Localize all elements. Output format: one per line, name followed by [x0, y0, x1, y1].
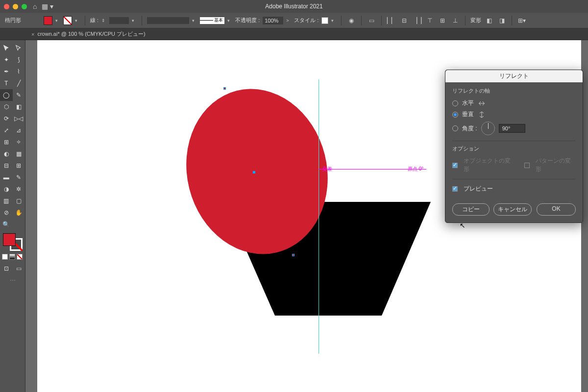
brush-definition[interactable]: 基本 — [200, 17, 224, 24]
puppet-warp-tool-icon[interactable]: ✧ — [13, 136, 25, 148]
angle-label: 角度 : — [462, 124, 477, 133]
more-options-icon[interactable]: ⊞▾ — [517, 16, 527, 25]
close-window-icon[interactable] — [4, 4, 9, 9]
pen-tool-icon[interactable]: ✒ — [0, 66, 13, 77]
eyedropper-tool-icon[interactable]: ✎ — [13, 172, 25, 183]
opacity-field[interactable] — [263, 17, 283, 24]
opacity-label: 不透明度 : — [235, 17, 260, 24]
rotate-tool-icon[interactable]: ⟳ — [0, 113, 13, 124]
shape-builder-tool-icon[interactable]: ◐ — [0, 148, 13, 160]
minimize-window-icon[interactable] — [13, 4, 18, 9]
width-tool-icon[interactable]: ⊿ — [13, 124, 25, 136]
align-vcenter-icon[interactable]: ⊞ — [438, 16, 447, 25]
origin-label: 原点 0° — [408, 166, 423, 172]
shape-type-label: 楕円形 — [5, 17, 21, 24]
vertical-guide — [318, 79, 319, 354]
cancel-button[interactable]: キャンセル — [493, 203, 532, 216]
shape-props-icon[interactable]: ◧ — [484, 16, 494, 25]
curvature-tool-icon[interactable]: ⌇ — [13, 66, 25, 77]
fill-color-swatch[interactable] — [44, 16, 52, 25]
align-bottom-icon[interactable]: ⊥ — [450, 16, 460, 25]
copy-button[interactable]: コピー — [452, 203, 490, 216]
opacity-dropdown-icon[interactable]: > — [286, 18, 291, 23]
anchor-point[interactable] — [223, 87, 226, 90]
paintbrush-tool-icon[interactable]: ✎ — [13, 89, 25, 101]
align-right-icon[interactable]: ▕▕ — [412, 16, 422, 25]
type-tool-icon[interactable]: T — [0, 77, 13, 89]
vertical-radio[interactable] — [452, 112, 458, 118]
lasso-tool-icon[interactable]: ⟆ — [13, 54, 25, 66]
traffic-lights — [4, 4, 27, 9]
options-section-label: オプション — [452, 145, 576, 152]
close-tab-icon[interactable]: × — [31, 31, 34, 37]
control-bar: 楕円形 ▾ ▾ 線 : ⇕ ▾ ▾ 基本▾ 不透明度 : > スタイル : ▾ … — [0, 13, 588, 28]
screen-mode-icon[interactable]: ⊡ — [0, 263, 13, 274]
zoom-window-icon[interactable] — [22, 4, 27, 9]
align-top-icon[interactable]: ⊤ — [425, 16, 435, 25]
line-tool-icon[interactable]: ╱ — [13, 77, 25, 89]
document-tab-label[interactable]: crown.ai* @ 100 % (CMYK/CPU プレビュー) — [37, 30, 145, 38]
tools-panel: ✦⟆ ✒⌇ T╱ ◯✎ ⬡◧ ⟳▷◁ ⤢⊿ ⊞✧ ◐▦ ⊟⊞ ▬✎ ◑✲ ▥▢ … — [0, 40, 25, 392]
fill-dropdown-icon[interactable]: ▾ — [55, 18, 60, 23]
document-tabbar: × crown.ai* @ 100 % (CMYK/CPU プレビュー) — [0, 28, 588, 40]
preview-label: プレビュー — [464, 185, 493, 193]
arrange-docs-icon[interactable]: ▦ ▾ — [42, 2, 53, 10]
column-graph-tool-icon[interactable]: ▥ — [0, 195, 13, 207]
edit-toolbar-icon[interactable]: ⋯ — [0, 274, 25, 286]
vertical-label: 垂直 — [462, 110, 474, 119]
change-screen-icon[interactable]: ▭ — [13, 263, 25, 274]
window-titlebar: ⌂ ▦ ▾ Adobe Illustrator 2021 — [0, 0, 588, 13]
stroke-weight-stepper[interactable]: ⇕ — [101, 18, 106, 23]
eraser-tool-icon[interactable]: ◧ — [13, 101, 25, 113]
transform-patterns-checkbox — [524, 163, 530, 168]
fill-stroke-indicator[interactable] — [3, 233, 23, 251]
transform-link[interactable]: 変形 — [470, 17, 481, 24]
scale-tool-icon[interactable]: ⤢ — [0, 124, 13, 136]
isolate-icon[interactable]: ◨ — [497, 16, 507, 25]
gradient-mode-icon[interactable] — [9, 254, 15, 260]
fill-box-icon[interactable] — [3, 233, 16, 246]
zoom-tool-icon[interactable]: 🔍 — [0, 219, 13, 230]
var-width-profile[interactable] — [147, 17, 189, 24]
artboard-tool-icon[interactable]: ▢ — [13, 195, 25, 207]
app-title: Adobe Illustrator 2021 — [265, 3, 322, 10]
horizontal-axis-icon — [478, 100, 486, 107]
reflect-tool-icon[interactable]: ▷◁ — [13, 113, 25, 124]
transform-objects-label: オブジェクトの変形 — [464, 157, 515, 173]
slice-tool-icon[interactable]: ⊘ — [0, 207, 13, 219]
angle-radio[interactable] — [452, 125, 458, 131]
align-hcenter-icon[interactable]: ⊟ — [399, 16, 409, 25]
horizontal-radio[interactable] — [452, 100, 458, 106]
align-panel-icon[interactable]: ▭ — [367, 16, 376, 25]
align-left-icon[interactable]: ▏▏ — [387, 16, 396, 25]
recolor-icon[interactable]: ◉ — [346, 16, 356, 25]
anchor-point[interactable] — [292, 254, 294, 256]
ellipse-tool-icon[interactable]: ◯ — [0, 89, 13, 101]
live-paint-tool-icon[interactable]: ▦ — [13, 148, 25, 160]
symbol-sprayer-tool-icon[interactable]: ✲ — [13, 183, 25, 195]
color-mode-icon[interactable] — [2, 254, 8, 260]
stroke-label: 線 : — [90, 17, 98, 24]
none-mode-icon[interactable] — [17, 254, 23, 260]
blend-tool-icon[interactable]: ◑ — [0, 183, 13, 195]
direct-selection-tool-icon[interactable] — [13, 42, 25, 54]
free-transform-tool-icon[interactable]: ⊞ — [0, 136, 13, 148]
magic-wand-tool-icon[interactable]: ✦ — [0, 54, 13, 66]
home-icon[interactable]: ⌂ — [33, 2, 37, 10]
angle-field[interactable] — [499, 124, 525, 133]
stroke-dropdown-icon[interactable]: ▾ — [75, 18, 80, 23]
shaper-tool-icon[interactable]: ⬡ — [0, 101, 13, 113]
center-point[interactable] — [253, 171, 255, 173]
gradient-tool-icon[interactable]: ▬ — [0, 172, 13, 183]
hand-tool-icon[interactable]: ✋ — [13, 207, 25, 219]
transform-objects-checkbox — [452, 163, 458, 168]
mesh-tool-icon[interactable]: ⊞ — [13, 160, 25, 172]
stroke-weight-field[interactable] — [109, 17, 129, 24]
stroke-color-swatch[interactable] — [63, 16, 72, 25]
perspective-grid-tool-icon[interactable]: ⊟ — [0, 160, 13, 172]
selection-tool-icon[interactable] — [0, 42, 13, 54]
ok-button[interactable]: OK — [537, 203, 576, 216]
angle-dial[interactable] — [481, 122, 495, 135]
preview-checkbox[interactable] — [452, 186, 458, 192]
graphic-style-swatch[interactable] — [321, 17, 328, 24]
